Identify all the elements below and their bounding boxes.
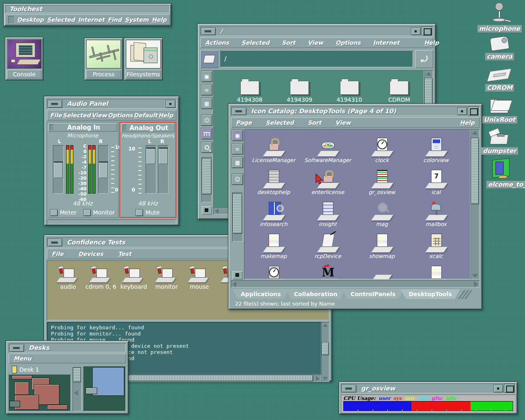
desks-titlebar[interactable]: Desks xyxy=(9,343,126,352)
desktop-icon-welcome-to-sgi[interactable]: elcome_to_SGI xyxy=(486,159,525,188)
menu-view[interactable]: View xyxy=(308,39,323,46)
recycle-button[interactable]: ⤾ xyxy=(415,50,433,68)
toolchest-menu-internet[interactable]: Internet xyxy=(78,16,104,23)
meter-checkbox[interactable]: Meter xyxy=(50,209,77,216)
audio-panel-window[interactable]: Audio Panel File Selected View Options D… xyxy=(44,96,179,226)
desktop-icon-dumpster[interactable]: dumpster xyxy=(482,129,517,155)
maximize-button[interactable] xyxy=(504,384,514,393)
folder-4194309[interactable]: 4194309 xyxy=(275,81,325,103)
desk-1-minimap[interactable] xyxy=(9,374,71,411)
scroll-right-arrow[interactable] xyxy=(474,281,478,287)
scroll-down-arrow[interactable] xyxy=(472,274,478,278)
window-menu-button[interactable] xyxy=(48,239,62,246)
desk-1-panel[interactable]: Desk 1 xyxy=(9,365,71,411)
folder-CDROM[interactable]: CDROM xyxy=(374,81,425,103)
panel-grip[interactable] xyxy=(123,125,126,131)
audio-panel-titlebar[interactable]: Audio Panel xyxy=(47,99,176,109)
face-view-button[interactable]: ☺ xyxy=(232,174,243,185)
window-menu-button[interactable] xyxy=(48,100,62,107)
window-menu-button[interactable] xyxy=(10,345,24,352)
catalog-icon-mailbox[interactable]: mailbox xyxy=(409,196,463,228)
device-audio[interactable]: audio xyxy=(52,266,84,320)
catalog-icon-gr_osview[interactable]: gr_osview xyxy=(355,164,409,196)
catalog-icon-clock[interactable]: clock xyxy=(355,132,409,164)
menu-sort[interactable]: Sort xyxy=(308,119,321,126)
window-menu-button[interactable] xyxy=(201,28,215,35)
catalog-vscrollbar[interactable] xyxy=(470,129,479,279)
output-level-slider-right[interactable] xyxy=(158,145,169,194)
window-menu-button[interactable] xyxy=(232,108,246,115)
menu-file[interactable]: File xyxy=(52,251,64,257)
catalog-icon-showmap[interactable]: showmap xyxy=(355,228,409,260)
desktop-icon-camera[interactable]: camera xyxy=(483,35,516,60)
mute-checkbox[interactable]: Mute xyxy=(136,209,160,216)
menu-file[interactable]: File xyxy=(50,112,62,119)
scroll-right-arrow[interactable] xyxy=(316,376,320,381)
left-scrollbar[interactable] xyxy=(232,192,243,242)
scroll-down-arrow[interactable] xyxy=(323,377,328,380)
menu-actions[interactable]: Actions xyxy=(205,39,229,46)
scroll-left-arrow[interactable] xyxy=(74,390,78,396)
icon-catalog-content[interactable]: LicenseManagerSoftwareManagerclockcolorv… xyxy=(244,129,470,279)
folder-drop-target[interactable] xyxy=(200,50,218,68)
toolchest-menu-desktop[interactable]: Desktop xyxy=(17,16,44,23)
menu-options[interactable]: Options xyxy=(336,39,361,46)
tab-controlpanels[interactable]: ControlPanels xyxy=(342,289,404,299)
menu-test[interactable]: Test xyxy=(118,251,131,257)
catalog-icon-enterlicense[interactable]: enterlicense xyxy=(301,164,355,196)
minimize-button[interactable] xyxy=(166,100,175,107)
scroll-up-arrow[interactable] xyxy=(323,324,328,327)
toolchest-window[interactable]: Toolchest Desktop Selected Internet Find… xyxy=(3,3,171,26)
catalog-hscrollbar[interactable] xyxy=(231,280,479,288)
tab-applications[interactable]: Applications xyxy=(233,289,289,299)
toolchest-titlebar[interactable]: Toolchest xyxy=(5,5,170,13)
menu-default[interactable]: Default xyxy=(134,112,158,119)
analog-in-panel[interactable]: Analog In Microphone L R C0-2-4-7-10-20-… xyxy=(47,122,119,218)
menu-help[interactable]: Help xyxy=(460,119,475,126)
desktop-icon-unixroot[interactable]: UnixRoot xyxy=(482,98,517,123)
monitor-checkbox[interactable]: Monitor xyxy=(84,209,115,216)
gr-osview-window[interactable]: gr_osview CPU Usage: usersysintrgfxfgfxc… xyxy=(339,381,518,414)
minimize-button[interactable] xyxy=(494,385,503,392)
face-view-button[interactable]: ☺ xyxy=(201,115,212,126)
detail-view-button[interactable]: ▦ xyxy=(232,157,243,168)
catalog-icon-makemap[interactable]: makemap xyxy=(247,228,301,260)
scroll-up-arrow[interactable] xyxy=(472,131,478,135)
catalog-icon-desktophelp[interactable]: desktophelp xyxy=(247,164,301,196)
desk-2-minimap[interactable] xyxy=(83,366,126,411)
file-manager-titlebar[interactable]: / xyxy=(200,26,433,36)
catalog-icon-insight[interactable]: insight xyxy=(301,196,355,228)
desktop-icon-cdrom[interactable]: CDROM xyxy=(483,68,516,91)
analog-out-panel[interactable]: Analog Out Headphone/Speakers L R 10 0 4… xyxy=(119,122,176,218)
list-view-button[interactable]: ≡ xyxy=(232,144,243,154)
minimize-button[interactable] xyxy=(458,108,467,115)
desks-scroll-column[interactable] xyxy=(73,367,82,411)
process-launcher[interactable]: Process xyxy=(84,38,123,80)
window-menu-button[interactable] xyxy=(342,385,356,392)
toolchest-menu-help[interactable]: Help xyxy=(152,16,167,23)
catalog-icon-xcalc[interactable]: xcalc xyxy=(409,228,463,260)
device-cdrom-0-6[interactable]: cdrom 0, 6 xyxy=(84,266,117,320)
menu-help[interactable]: Help xyxy=(158,112,173,119)
menu-devices[interactable]: Devices xyxy=(78,251,103,257)
search-button[interactable] xyxy=(201,142,212,153)
desktop-icon-microphone[interactable]: microphone xyxy=(479,2,520,32)
icon-catalog-titlebar[interactable]: Icon Catalog: DesktopTools (Page 4 of 10… xyxy=(231,106,479,116)
menu-menu[interactable]: Menu xyxy=(14,355,31,362)
icon-view-button[interactable]: ▣ xyxy=(201,71,212,82)
input-level-slider-right[interactable] xyxy=(98,145,109,194)
device-keyboard[interactable]: keyboard xyxy=(117,266,150,320)
device-monitor[interactable]: monitor xyxy=(150,266,183,320)
catalog-icon-partial[interactable] xyxy=(355,260,409,279)
icon-catalog-window[interactable]: Icon Catalog: DesktopTools (Page 4 of 10… xyxy=(228,103,482,310)
tree-view-button[interactable] xyxy=(201,128,212,139)
maximize-button[interactable] xyxy=(468,107,478,115)
maximize-button[interactable] xyxy=(422,27,432,35)
output-level-slider-left[interactable] xyxy=(146,145,156,194)
catalog-icon-SoftwareManager[interactable]: SoftwareManager xyxy=(301,132,355,164)
toolchest-menu-find[interactable]: Find xyxy=(107,16,121,23)
menu-selected[interactable]: Selected xyxy=(63,112,91,119)
terminal-vscrollbar[interactable] xyxy=(321,322,329,382)
catalog-icon-LicenseManager[interactable]: LicenseManager xyxy=(247,132,301,164)
menu-view[interactable]: View xyxy=(336,119,351,126)
